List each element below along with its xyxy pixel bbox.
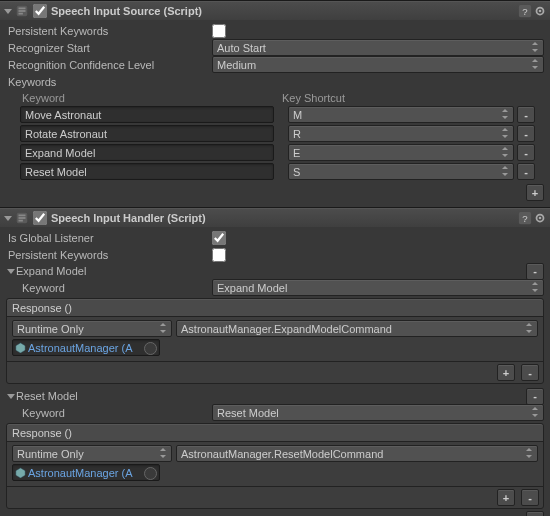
section-keyword-dropdown[interactable]: Reset Model — [212, 404, 544, 421]
svg-marker-34 — [16, 343, 25, 353]
svg-marker-35 — [532, 414, 538, 417]
fold-icon[interactable] — [6, 394, 16, 399]
component-header-speech-handler[interactable]: Speech Input Handler (Script) ? — [0, 208, 550, 227]
svg-marker-33 — [526, 323, 532, 326]
svg-text:?: ? — [522, 6, 527, 17]
svg-rect-23 — [19, 220, 23, 222]
keyword-input-0[interactable]: Move Astronaut — [20, 106, 274, 123]
svg-marker-18 — [502, 173, 508, 176]
unity-event-section: Response () Runtime Only AstronautManage… — [6, 423, 544, 509]
fold-icon[interactable] — [3, 216, 13, 221]
persistent-keywords-checkbox[interactable] — [212, 248, 226, 262]
fold-icon[interactable] — [6, 269, 16, 274]
svg-marker-28 — [532, 289, 538, 292]
remove-keyword-button-0[interactable]: - — [517, 106, 535, 123]
svg-marker-32 — [526, 330, 532, 333]
confidence-label: Recognition Confidence Level — [6, 59, 212, 71]
keyword-input-3[interactable]: Reset Model — [20, 163, 274, 180]
component-header-speech-source[interactable]: Speech Input Source (Script) ? — [0, 1, 550, 20]
object-reference-field[interactable]: AstronautManager (A — [12, 464, 160, 481]
shortcut-dropdown-1[interactable]: R — [288, 125, 514, 142]
svg-marker-38 — [160, 448, 166, 451]
svg-point-27 — [539, 217, 542, 220]
svg-marker-11 — [532, 59, 538, 62]
component-title: Speech Input Source (Script) — [51, 5, 202, 17]
col-shortcut: Key Shortcut — [282, 92, 345, 104]
call-state-dropdown[interactable]: Runtime Only — [12, 445, 172, 462]
persistent-keywords-checkbox[interactable] — [212, 24, 226, 38]
fold-icon[interactable] — [3, 9, 13, 14]
keywords-label: Keywords — [6, 76, 212, 88]
section-keyword-label: Keyword — [6, 282, 212, 294]
svg-marker-14 — [502, 135, 508, 138]
svg-rect-1 — [19, 8, 26, 10]
persistent-keywords-label: Persistent Keywords — [6, 249, 212, 261]
svg-marker-15 — [502, 128, 508, 131]
gear-icon[interactable] — [533, 4, 547, 18]
svg-marker-29 — [532, 282, 538, 285]
gameobject-icon — [15, 342, 26, 353]
script-icon — [15, 211, 29, 225]
gameobject-icon — [15, 467, 26, 478]
add-listener-button[interactable]: + — [497, 489, 515, 506]
recognizer-start-label: Recognizer Start — [6, 42, 212, 54]
remove-section-button[interactable]: - — [526, 388, 544, 405]
svg-marker-19 — [502, 166, 508, 169]
response-header: Response () — [7, 299, 543, 317]
svg-rect-22 — [19, 217, 26, 219]
shortcut-dropdown-0[interactable]: M — [288, 106, 514, 123]
recognizer-start-dropdown[interactable]: Auto Start — [212, 39, 544, 56]
svg-marker-17 — [502, 147, 508, 150]
svg-rect-2 — [19, 10, 26, 12]
shortcut-dropdown-2[interactable]: E — [288, 144, 514, 161]
remove-keyword-button-1[interactable]: - — [517, 125, 535, 142]
col-keyword: Keyword — [22, 92, 282, 104]
gear-icon[interactable] — [533, 211, 547, 225]
section-fold-label: Expand Model — [16, 265, 86, 277]
help-icon[interactable]: ? — [518, 211, 532, 225]
svg-rect-3 — [19, 13, 23, 15]
svg-point-7 — [539, 10, 542, 13]
component-enabled-checkbox[interactable] — [33, 4, 47, 18]
unity-event-section: Response () Runtime Only AstronautManage… — [6, 298, 544, 384]
keyword-input-1[interactable]: Rotate Astronaut — [20, 125, 274, 142]
component-enabled-checkbox[interactable] — [33, 211, 47, 225]
add-section-button[interactable]: + — [526, 511, 544, 516]
shortcut-dropdown-3[interactable]: S — [288, 163, 514, 180]
script-icon — [15, 4, 29, 18]
object-picker-icon[interactable] — [144, 342, 157, 355]
svg-marker-13 — [502, 109, 508, 112]
svg-marker-9 — [532, 42, 538, 45]
object-picker-icon[interactable] — [144, 467, 157, 480]
keyword-input-2[interactable]: Expand Model — [20, 144, 274, 161]
remove-listener-button[interactable]: - — [521, 489, 539, 506]
component-title: Speech Input Handler (Script) — [51, 212, 206, 224]
remove-keyword-button-2[interactable]: - — [517, 144, 535, 161]
svg-marker-41 — [16, 468, 25, 478]
svg-marker-16 — [502, 154, 508, 157]
function-dropdown[interactable]: AstronautManager.ResetModelCommand — [176, 445, 538, 462]
svg-rect-21 — [19, 215, 26, 217]
svg-marker-31 — [160, 323, 166, 326]
global-listener-checkbox[interactable] — [212, 231, 226, 245]
object-reference-field[interactable]: AstronautManager (A — [12, 339, 160, 356]
svg-marker-12 — [502, 116, 508, 119]
persistent-keywords-label: Persistent Keywords — [6, 25, 212, 37]
remove-keyword-button-3[interactable]: - — [517, 163, 535, 180]
section-fold-label: Reset Model — [16, 390, 78, 402]
svg-marker-40 — [526, 448, 532, 451]
remove-listener-button[interactable]: - — [521, 364, 539, 381]
response-header: Response () — [7, 424, 543, 442]
svg-marker-36 — [532, 407, 538, 410]
function-dropdown[interactable]: AstronautManager.ExpandModelCommand — [176, 320, 538, 337]
svg-marker-30 — [160, 330, 166, 333]
help-icon[interactable]: ? — [518, 4, 532, 18]
remove-section-button[interactable]: - — [526, 263, 544, 280]
global-listener-label: Is Global Listener — [6, 232, 212, 244]
add-listener-button[interactable]: + — [497, 364, 515, 381]
section-keyword-dropdown[interactable]: Expand Model — [212, 279, 544, 296]
svg-marker-39 — [526, 455, 532, 458]
add-keyword-button[interactable]: + — [526, 184, 544, 201]
call-state-dropdown[interactable]: Runtime Only — [12, 320, 172, 337]
confidence-dropdown[interactable]: Medium — [212, 56, 544, 73]
